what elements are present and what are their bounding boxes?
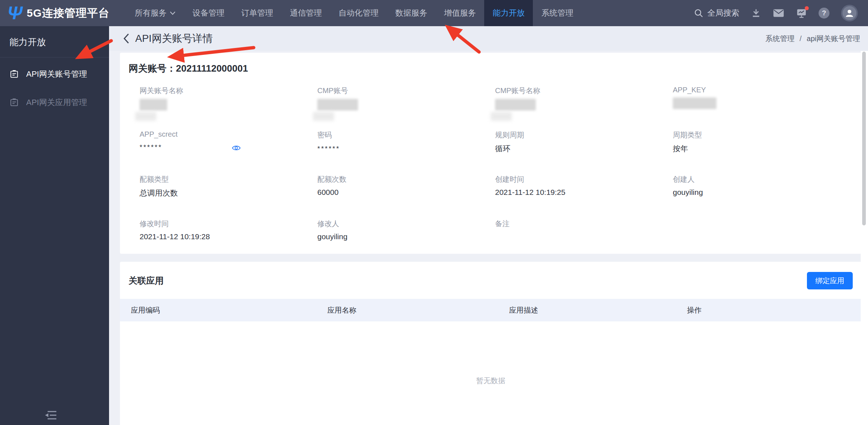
nav-item-system-mgmt[interactable]: 系统管理 [533, 0, 582, 26]
nav-item-data-service[interactable]: 数据服务 [387, 0, 435, 26]
sidebar-item-api-gateway-account-mgmt[interactable]: API网关账号管理 [0, 63, 109, 86]
breadcrumb-parent[interactable]: 系统管理 [765, 34, 795, 44]
related-apps-title: 关联应用 [129, 275, 164, 286]
related-apps-table-header: 应用编码 应用名称 应用描述 操作 [120, 299, 861, 321]
field-password: 密码 ****** [317, 130, 495, 175]
mail-icon[interactable] [773, 8, 784, 18]
nav-menu: 所有服务 设备管理 订单管理 通信管理 自动化管理 数据服务 增值服务 能力开放… [126, 0, 582, 26]
column-app-code: 应用编码 [120, 305, 317, 315]
monitor-report-icon[interactable] [796, 8, 807, 19]
redacted-value [495, 99, 536, 111]
top-navbar: Ψ 5G连接管理平台 所有服务 设备管理 订单管理 通信管理 自动化管理 数据服… [0, 0, 868, 26]
search-icon [694, 8, 704, 18]
gateway-account-value: 20211112000001 [176, 63, 248, 74]
nav-item-value-added[interactable]: 增值服务 [435, 0, 484, 26]
field-creator: 创建人 gouyiling [673, 175, 851, 219]
sidebar-collapse-icon[interactable] [44, 410, 57, 421]
clipboard-list-icon [9, 69, 19, 79]
brand: Ψ 5G连接管理平台 [0, 4, 109, 23]
nav-item-comm-mgmt[interactable]: 通信管理 [281, 0, 330, 26]
redacted-value [317, 99, 358, 111]
brand-title: 5G连接管理平台 [27, 6, 109, 21]
column-actions: 操作 [676, 305, 861, 315]
field-remark: 备注 [495, 219, 673, 263]
page-header: API网关账号详情 系统管理 / api网关账号管理 [109, 26, 868, 51]
redacted-smear [491, 112, 512, 121]
download-icon[interactable] [751, 8, 761, 18]
related-apps-header: 关联应用 绑定应用 [120, 262, 861, 289]
nav-item-order-mgmt[interactable]: 订单管理 [233, 0, 281, 26]
gateway-account-heading: 网关账号：20211112000001 [120, 53, 861, 75]
related-apps-card: 关联应用 绑定应用 应用编码 应用名称 应用描述 操作 暂无数据 [120, 262, 861, 425]
global-search[interactable]: 全局搜索 [694, 8, 739, 19]
field-empty [673, 219, 851, 263]
sidebar-divider [0, 57, 109, 57]
breadcrumb-separator: / [800, 35, 802, 43]
field-gateway-account-name: 网关账号名称 [140, 86, 317, 130]
clipboard-list-icon [9, 98, 19, 107]
breadcrumb: 系统管理 / api网关账号管理 [765, 34, 860, 44]
field-app-secret: APP_screct ****** [140, 130, 317, 175]
scrollbar-track[interactable] [861, 51, 868, 425]
sidebar-title: 能力开放 [0, 26, 109, 57]
field-rule-cycle: 规则周期 循环 [495, 130, 673, 175]
redacted-value [673, 97, 716, 109]
field-quota-type: 配额类型 总调用次数 [140, 175, 317, 219]
nav-item-all-services[interactable]: 所有服务 [126, 0, 184, 26]
nav-item-automation-mgmt[interactable]: 自动化管理 [330, 0, 387, 26]
field-cmp-account-name: CMP账号名称 [495, 86, 673, 130]
gateway-account-label: 网关账号： [129, 63, 176, 74]
redacted-smear [135, 112, 156, 121]
page-title: API网关账号详情 [135, 32, 213, 45]
empty-state-text: 暂无数据 [120, 376, 861, 386]
nav-item-device-mgmt[interactable]: 设备管理 [184, 0, 233, 26]
field-quota-count: 配额次数 60000 [317, 175, 495, 219]
field-app-key: APP_KEY [673, 86, 851, 130]
gateway-account-detail-card: 网关账号：20211112000001 网关账号名称 CMP账号 CMP账号名称… [120, 53, 861, 254]
field-modifier: 修改人 gouyiling [317, 219, 495, 263]
detail-grid: 网关账号名称 CMP账号 CMP账号名称 APP_KEY APP_screct … [120, 75, 861, 263]
user-avatar[interactable] [841, 5, 858, 21]
sidebar-item-api-gateway-app-mgmt[interactable]: API网关应用管理 [0, 91, 109, 114]
back-icon[interactable] [122, 33, 130, 44]
sidebar: 能力开放 API网关账号管理 API网关应用管理 [0, 26, 109, 425]
sidebar-item-label: API网关账号管理 [26, 69, 87, 80]
brand-logo-icon: Ψ [7, 4, 22, 23]
column-app-description: 应用描述 [498, 305, 676, 315]
column-app-name: 应用名称 [317, 305, 498, 315]
field-create-time: 创建时间 2021-11-12 10:19:25 [495, 175, 673, 219]
field-cycle-type: 周期类型 按年 [673, 130, 851, 175]
eye-icon[interactable] [232, 143, 241, 153]
field-cmp-account: CMP账号 [317, 86, 495, 130]
bind-app-button[interactable]: 绑定应用 [807, 272, 853, 289]
notification-dot [805, 6, 809, 10]
breadcrumb-current[interactable]: api网关账号管理 [807, 34, 860, 44]
sidebar-item-label: API网关应用管理 [26, 97, 87, 108]
nav-item-capability-open[interactable]: 能力开放 [484, 0, 533, 26]
help-icon[interactable]: ? [819, 8, 829, 19]
chevron-down-icon [170, 11, 176, 15]
redacted-value [140, 99, 167, 111]
navbar-right-cluster: 全局搜索 ? [694, 5, 868, 21]
field-modify-time: 修改时间 2021-11-12 10:19:28 [140, 219, 317, 263]
scrollbar-thumb[interactable] [862, 52, 866, 225]
redacted-smear [313, 112, 334, 121]
